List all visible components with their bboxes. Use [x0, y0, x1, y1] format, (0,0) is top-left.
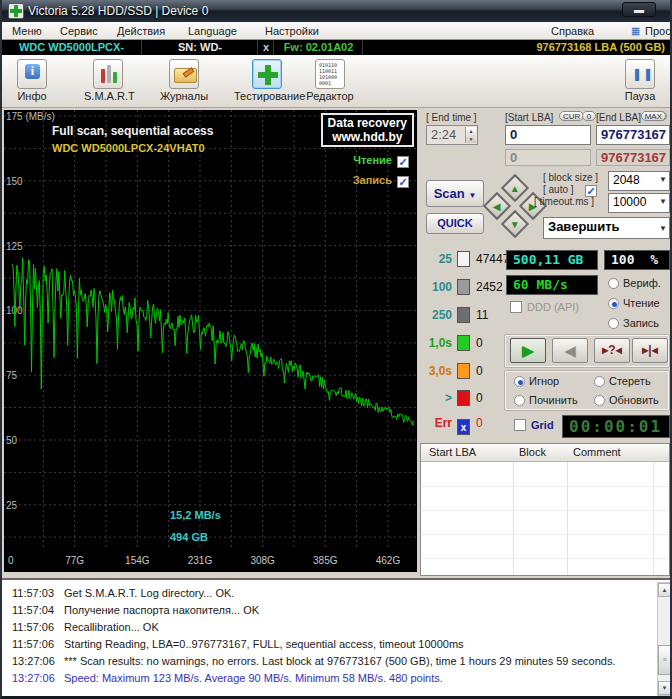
end-lba-max-button[interactable]: MAX — [641, 111, 666, 121]
spinner-arrows-icon[interactable]: ▲▼ — [465, 127, 476, 143]
end-lba-input[interactable]: 976773167 — [596, 125, 670, 145]
watermark-line1: Data recovery — [328, 116, 407, 130]
ddd-api-label: DDD (API) — [527, 301, 579, 313]
y-tick-label: 175 (MB/s) — [6, 111, 55, 122]
counter-value: 2452 — [476, 280, 503, 294]
block-size-value: 2048 — [613, 173, 640, 187]
quick-button[interactable]: QUICK — [426, 213, 484, 234]
col-start-lba[interactable]: Start LBA — [429, 446, 476, 458]
toolbar-editor-button[interactable]: 010110 110011 101000 0001 Редактор — [306, 59, 354, 105]
radio-icon — [514, 395, 525, 406]
chevron-down-icon: ▼ — [659, 197, 667, 206]
smart-bars-icon — [93, 59, 123, 89]
menu-item-view[interactable]: Просм — [645, 25, 672, 37]
start-lba-zero-button[interactable]: 0 — [582, 111, 596, 121]
end-time-value: 2:24 — [431, 127, 456, 142]
start-lba-input[interactable]: 0 — [505, 125, 591, 145]
start-lba-cur-button[interactable]: CUR — [559, 111, 584, 121]
counter-err: Errx0 — [420, 416, 483, 435]
x-tick-label: 462G — [376, 555, 401, 566]
counter-value: 0 — [476, 391, 483, 405]
checkbox-empty-icon — [510, 301, 522, 313]
radio-write[interactable]: Запись — [608, 317, 659, 329]
log-panel[interactable]: 11:57:03Get S.M.A.R.T. Log directory... … — [2, 578, 672, 696]
radio-erase[interactable]: Стереть — [594, 375, 651, 387]
radio-refresh[interactable]: Обновить — [594, 394, 659, 406]
defect-table[interactable]: Start LBA Block Comment — [420, 443, 670, 576]
toolbar-pause-button[interactable]: Пауза — [616, 59, 664, 105]
block-size-select[interactable]: 2048▼ — [608, 171, 670, 191]
back-button[interactable]: ◀ — [552, 338, 588, 363]
seek-question-button[interactable]: ▸?◂ — [594, 338, 630, 363]
log-scrollbar[interactable]: ▲ ≡ ▼ — [657, 582, 672, 696]
graph-subtitle: WDC WD5000LPCX-24VHAT0 — [52, 142, 205, 154]
timeout-select[interactable]: 10000▼ — [608, 193, 670, 213]
device-model[interactable]: WDC WD5000LPCX-24VHAT0 — [2, 40, 142, 55]
counter-swatch — [457, 279, 470, 295]
radio-verify[interactable]: Вериф. — [608, 277, 661, 289]
menu-item-actions[interactable]: Действия — [117, 25, 165, 37]
legend-write-checkbox[interactable]: Запись✓ — [353, 174, 409, 188]
radio-ignore[interactable]: Игнор — [514, 375, 559, 387]
minimize-button[interactable]: ▬ — [622, 2, 656, 17]
pause-icon — [625, 59, 655, 89]
toolbar-testing-button[interactable]: Тестирование — [234, 59, 300, 105]
counter-25ms: 25474479 — [420, 251, 516, 267]
counter-value: 0 — [476, 364, 483, 378]
title-bar[interactable]: Victoria 5.28 HDD/SSD | Device 0 ▬ — [2, 0, 670, 22]
scan-button[interactable]: Scan ▼ — [426, 180, 484, 207]
scrollbar-thumb[interactable]: ≡ — [658, 645, 671, 675]
action-on-end-value: Завершить — [548, 219, 620, 234]
y-tick-label: 150 — [6, 176, 23, 187]
arrow-down-icon: ▼ — [507, 216, 523, 233]
col-block[interactable]: Block — [519, 446, 546, 458]
end-time-spinner[interactable]: 2:24 ▲▼ — [426, 125, 478, 145]
col-comment[interactable]: Comment — [573, 446, 621, 458]
counter-250ms: 25011 — [420, 307, 488, 323]
legend-read-checkbox[interactable]: Чтение✓ — [353, 154, 409, 168]
counter-swatch — [457, 363, 470, 379]
seek-end-button[interactable]: ▸|◂ — [632, 338, 668, 363]
speed-graph[interactable]: 175 (MB/s)150125100755025077G154G231G308… — [4, 110, 417, 572]
toolbar-journals-label: Журналы — [160, 90, 208, 102]
x-tick-label: 385G — [313, 555, 338, 566]
scroll-up-icon[interactable]: ▲ — [658, 583, 671, 597]
x-tick-label: 231G — [188, 555, 213, 566]
auto-checkbox[interactable]: ✓ — [580, 183, 597, 197]
end-lba-label: [End LBA] — [596, 112, 641, 123]
start-lba-label: [Start LBA] — [505, 112, 553, 123]
device-firmware: Fw: 02.01A02 — [275, 40, 363, 55]
ddd-api-checkbox[interactable]: DDD (API) — [510, 301, 579, 313]
menu-item-settings[interactable]: Настройки — [265, 25, 319, 37]
arrow-left-icon: ◀ — [489, 198, 505, 215]
seek-question-icon: ▸?◂ — [602, 343, 621, 357]
log-time: 11:57:06 — [12, 621, 54, 633]
radio-label: Обновить — [609, 394, 659, 406]
counter-3s: 3,0s0 — [420, 363, 483, 379]
play-button[interactable]: ▶ — [510, 338, 546, 363]
menu-item-service[interactable]: Сервис — [60, 25, 98, 37]
menu-item-menu[interactable]: Меню — [12, 25, 42, 37]
counter-swatch — [457, 390, 470, 406]
radio-icon — [608, 318, 619, 329]
counter-value: 0 — [476, 416, 483, 430]
counter-label: 100 — [420, 280, 452, 294]
radio-repair[interactable]: Починить — [514, 394, 578, 406]
toolbar-editor-label: Редактор — [306, 90, 353, 102]
window-title: Victoria 5.28 HDD/SSD | Device 0 — [28, 4, 208, 18]
watermark-line2: www.hdd.by — [332, 130, 402, 144]
end-time-label: [ End time ] — [426, 112, 477, 123]
action-on-end-select[interactable]: Завершить▼ — [543, 217, 670, 239]
toolbar-smart-button[interactable]: S.M.A.R.T — [84, 59, 132, 105]
toolbar-info-button[interactable]: Инфо — [8, 59, 56, 105]
grid-checkbox[interactable]: Grid — [514, 419, 554, 431]
toolbar-testing-label: Тестирование — [234, 90, 305, 102]
radio-read[interactable]: Чтение — [608, 297, 660, 309]
chevron-down-icon: ▼ — [468, 191, 476, 200]
y-tick-label: 50 — [6, 435, 18, 446]
scroll-down-icon[interactable]: ▼ — [658, 681, 671, 695]
menu-item-language[interactable]: Language — [188, 25, 237, 37]
toolbar-journals-button[interactable]: Журналы — [160, 59, 208, 105]
menu-item-help[interactable]: Справка — [551, 25, 594, 37]
log-text: Recallibration... OK — [64, 621, 634, 633]
